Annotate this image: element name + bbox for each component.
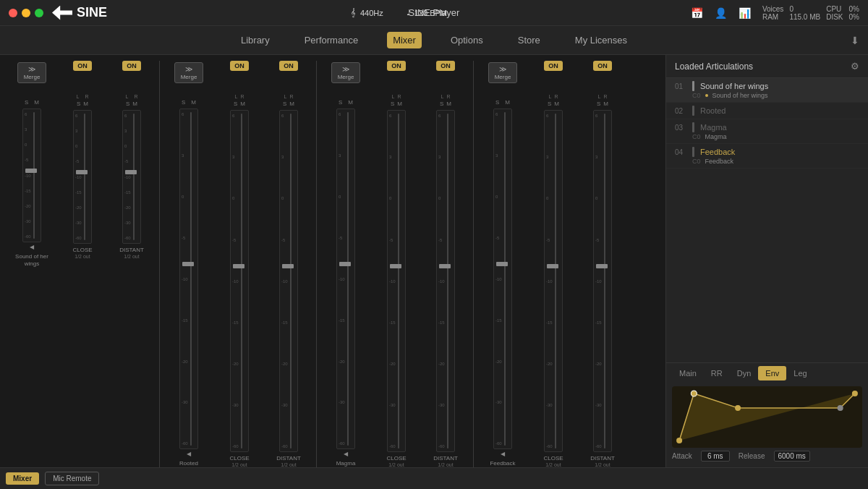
calendar-icon[interactable]: 📅 xyxy=(691,7,703,19)
art-num-4: 04 xyxy=(675,148,686,156)
ch-label-distant-2: DISTANT xyxy=(276,455,301,462)
right-panel: Loaded Articulations ⚙ 01 Sound of her w… xyxy=(665,55,868,467)
channel-close-2: ON LR SM 630-5-10-15-20-30-60 xyxy=(215,61,264,467)
titlebar: SINE 𝄞 440Hz ♩ 120 BPM SINE Player 📅 👤 📊… xyxy=(0,0,868,26)
art-item-2[interactable]: 02 Rooted xyxy=(666,103,868,119)
release-value[interactable]: 6000 ms xyxy=(774,451,810,462)
ch-out-close-1: 1/2 out xyxy=(75,254,90,259)
attack-value[interactable]: 6 ms xyxy=(701,451,730,462)
ch-out-close-3: 1/2 out xyxy=(388,462,404,467)
art-name-2: Rooted xyxy=(700,106,726,115)
fader-distant-1[interactable]: 630-5-10-15-20-30-60 xyxy=(122,110,141,244)
tab-main[interactable]: Main xyxy=(672,366,704,380)
close-button[interactable] xyxy=(9,9,17,17)
art-indicator-2 xyxy=(692,106,694,116)
on-btn-distant-4[interactable]: ON xyxy=(593,61,612,71)
fader-merge-2[interactable]: 630-5-10-15-20-30-60 xyxy=(179,109,198,449)
ram-value: 115.0 MB xyxy=(789,13,820,21)
fader-merge-4[interactable]: 630-5-10-15-20-30-60 xyxy=(493,109,512,449)
nav-options[interactable]: Options xyxy=(445,32,489,48)
voices-values: 0 115.0 MB xyxy=(789,5,820,21)
ch-label-merge-2: Rooted xyxy=(179,460,198,467)
mixer-channels: ≫ Merge SM 630-5-10-15-20-30-60 xyxy=(0,55,665,467)
fader-close-1[interactable]: 630-5-10-15-20-30-60 xyxy=(73,110,92,244)
on-btn-close-4[interactable]: ON xyxy=(544,61,563,71)
settings-icon[interactable]: ⚙ xyxy=(851,61,859,72)
on-btn-close-2[interactable]: ON xyxy=(230,61,249,71)
ch-out-close-2: 1/2 out xyxy=(231,462,247,467)
channel-merge-4: ≫ Merge SM 630-5-10-15-20-30-60 ◀ xyxy=(477,61,529,467)
nav-performance[interactable]: Performance xyxy=(299,32,364,48)
nav-library[interactable]: Library xyxy=(235,32,276,48)
on-btn-distant-1[interactable]: ON xyxy=(122,61,141,71)
fader-close-3[interactable]: 630-5-10-15-20-30-60 xyxy=(387,110,406,452)
art-item-3[interactable]: 03 Magma C0 Magma xyxy=(666,119,868,144)
channel-distant-2: ON LR SM 630-5-10-15-20-30-60 xyxy=(264,61,313,467)
fader-close-2[interactable]: 630-5-10-15-20-30-60 xyxy=(230,110,249,452)
nav-mixer[interactable]: Mixer xyxy=(387,32,422,48)
download-icon[interactable]: ⬇ xyxy=(851,35,859,46)
minimize-button[interactable] xyxy=(22,9,30,17)
fader-distant-2[interactable]: 630-5-10-15-20-30-60 xyxy=(279,110,298,452)
art-item-1[interactable]: 01 Sound of her wings C0 Sound of her wi… xyxy=(666,78,868,103)
vol-triangle-4: ◀ xyxy=(501,451,505,457)
tab-env[interactable]: Env xyxy=(758,366,786,380)
cpu-value: 0% xyxy=(849,5,859,13)
vol-triangle-1: ◀ xyxy=(30,244,34,250)
env-panel: Rel. Sample Attack 6 ms Release xyxy=(666,380,868,467)
ch-label-distant-1: DISTANT xyxy=(119,247,144,254)
ch-label-merge-4: Feedback xyxy=(490,460,515,467)
art-indicator-3 xyxy=(692,122,694,132)
fader-merge-3[interactable]: 630-5-10-15-20-30-60 xyxy=(336,109,355,449)
on-btn-close-3[interactable]: ON xyxy=(387,61,406,71)
tab-dyn[interactable]: Dyn xyxy=(730,366,759,380)
fader-distant-4[interactable]: 630-5-10-15-20-30-60 xyxy=(593,110,612,452)
ch-label-distant-3: DISTANT xyxy=(433,455,458,462)
merge-button-1[interactable]: ≫ Merge xyxy=(17,62,47,83)
on-btn-close-1[interactable]: ON xyxy=(73,61,92,71)
channel-merge-2: ≫ Merge SM 630-5-10-15-20-30-60 ◀ xyxy=(163,61,215,467)
channel-close-4: ON LR SM 630-5-10-15-20-30-60 xyxy=(529,61,578,467)
ch-out-close-4: 1/2 out xyxy=(545,462,561,467)
svg-point-3 xyxy=(735,405,741,411)
art-item-4[interactable]: 04 Feedback C0 Feedback xyxy=(666,144,868,169)
tab-leg[interactable]: Leg xyxy=(786,366,814,380)
merge-button-3[interactable]: ≫ Merge xyxy=(331,62,361,83)
tuning-value[interactable]: 440Hz xyxy=(360,9,383,17)
fader-close-4[interactable]: 630-5-10-15-20-30-60 xyxy=(544,110,563,452)
fader-merge-1[interactable]: 630-5-10-15-20-30-60 xyxy=(22,109,41,242)
tuning-icon: 𝄞 xyxy=(351,8,356,17)
nav-store[interactable]: Store xyxy=(512,32,546,48)
art-name-1: Sound of her wings xyxy=(700,82,768,90)
on-btn-distant-3[interactable]: ON xyxy=(436,61,455,71)
vol-triangle-2: ◀ xyxy=(187,451,191,457)
art-indicator-1 xyxy=(692,81,694,91)
art-name-3: Magma xyxy=(700,123,727,132)
bottom-bar: Mixer Mic Remote xyxy=(0,467,868,489)
release-label: Release xyxy=(739,452,765,460)
mixer-area: ≫ Merge SM 630-5-10-15-20-30-60 xyxy=(0,55,665,467)
logo-text: SINE xyxy=(77,5,107,20)
svg-point-2 xyxy=(691,391,697,396)
user-icon[interactable]: 👤 xyxy=(715,7,727,19)
articulations-list: 01 Sound of her wings C0 Sound of her wi… xyxy=(666,78,868,362)
art-sub-1: Sound of her wings xyxy=(712,92,768,99)
mixer-tab-button[interactable]: Mixer xyxy=(6,472,39,485)
art-note-4: C0 xyxy=(692,158,701,165)
meter-icon[interactable]: 📊 xyxy=(739,7,751,19)
nav-licenses[interactable]: My Licenses xyxy=(569,32,633,48)
env-tabs: Main RR Dyn Env Leg xyxy=(666,362,868,380)
ch-label-close-2: CLOSE xyxy=(229,455,249,462)
on-btn-distant-2[interactable]: ON xyxy=(279,61,298,71)
merge-button-2[interactable]: ≫ Merge xyxy=(174,62,204,83)
mic-remote-button[interactable]: Mic Remote xyxy=(45,472,99,485)
channel-group-3: ≫ Merge SM 630-5-10-15-20-30-60 ◀ xyxy=(316,61,473,467)
channel-group-4: ≫ Merge SM 630-5-10-15-20-30-60 ◀ xyxy=(473,61,630,467)
fader-distant-3[interactable]: 630-5-10-15-20-30-60 xyxy=(436,110,455,452)
maximize-button[interactable] xyxy=(35,9,43,17)
svg-point-5 xyxy=(852,391,858,396)
merge-button-4[interactable]: ≫ Merge xyxy=(488,62,518,83)
tab-rr[interactable]: RR xyxy=(704,366,730,380)
art-dot-1 xyxy=(705,94,708,97)
channel-distant-1: ON L R SM 630-5-10-15-20-30-60 xyxy=(107,61,156,259)
